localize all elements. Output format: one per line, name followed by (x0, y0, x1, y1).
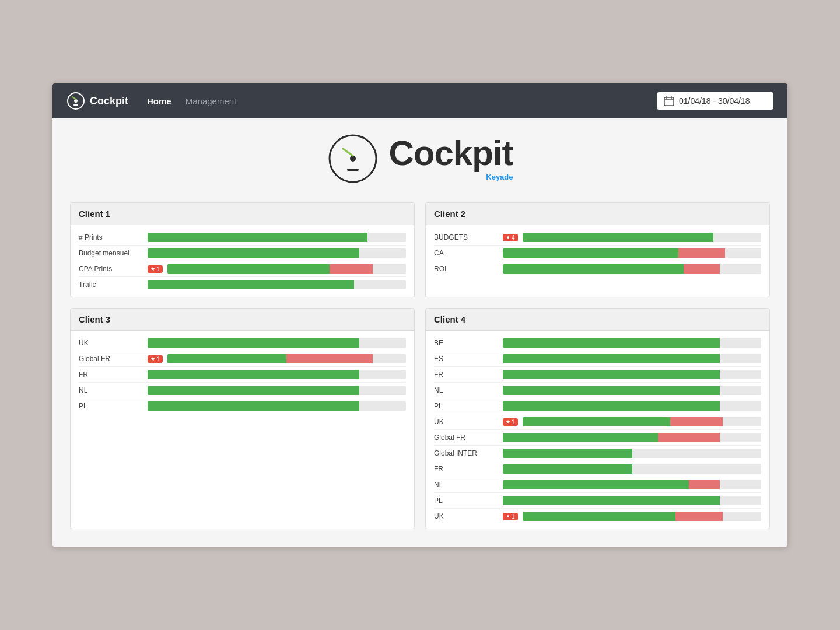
nav-home[interactable]: Home (147, 96, 172, 106)
metric-label: NL (434, 386, 498, 394)
metric-bar[interactable] (503, 401, 761, 411)
bar-green (503, 338, 720, 348)
metric-label: Global INTER (434, 449, 498, 457)
bar-red (689, 480, 720, 489)
cards-grid: Client 1# PrintsBudget mensuelCPA Prints… (70, 202, 770, 529)
metric-label: ROI (434, 265, 498, 273)
metric-bar[interactable] (503, 449, 761, 458)
metric-bar[interactable] (148, 280, 406, 289)
metric-label: ES (434, 355, 498, 363)
metric-label: BUDGETS (434, 233, 498, 242)
card-client3: Client 3UKGlobal FR★1FRNLPL (70, 308, 415, 529)
metric-bar[interactable] (503, 370, 761, 379)
metric-bar[interactable] (148, 233, 406, 242)
navbar: Cockpit Home Management 01/04/18 - 30/04… (52, 83, 788, 118)
bar-green (148, 370, 359, 379)
metric-bar[interactable] (503, 249, 761, 258)
metric-label: Global FR (434, 433, 498, 442)
metric-label: BE (434, 339, 498, 347)
metric-row: CA (434, 246, 761, 261)
metric-label: FR (79, 370, 143, 379)
metric-bar[interactable] (523, 417, 761, 426)
metric-bar[interactable] (503, 464, 761, 474)
metric-label: Global FR (79, 355, 143, 363)
svg-line-10 (343, 149, 353, 156)
card-header-client3: Client 3 (71, 309, 414, 331)
metric-badge: ★1 (503, 418, 518, 426)
cockpit-nav-icon (66, 92, 85, 110)
metric-row: NL (79, 383, 406, 398)
metric-row: UK (79, 335, 406, 351)
app-frame: Cockpit Home Management 01/04/18 - 30/04… (52, 83, 788, 547)
card-client4: Client 4BEESFRNLPLUK★1Global FRGlobal IN… (425, 308, 770, 529)
metric-row: Global FR (434, 430, 761, 446)
metric-label: CPA Prints (79, 265, 143, 273)
bar-green (503, 264, 684, 274)
metric-bar[interactable] (148, 249, 406, 258)
card-body-client3: UKGlobal FR★1FRNLPL (71, 331, 414, 418)
bar-green (503, 496, 720, 505)
metric-badge: ★1 (503, 513, 518, 520)
svg-point-9 (350, 156, 356, 162)
bar-green (503, 370, 720, 379)
bar-green (523, 512, 676, 521)
metric-row: Trafic (79, 277, 406, 292)
metric-bar[interactable] (503, 264, 761, 274)
bar-green (503, 354, 720, 363)
metric-bar[interactable] (148, 370, 406, 379)
bar-red (286, 354, 372, 363)
metric-label: CA (434, 249, 498, 257)
metric-badge: ★1 (148, 265, 163, 273)
metric-row: BE (434, 335, 761, 351)
metric-row: FR (79, 367, 406, 383)
metric-bar[interactable] (148, 386, 406, 395)
bar-red (678, 249, 725, 258)
date-range-text: 01/04/18 - 30/04/18 (679, 96, 750, 106)
metric-label: PL (434, 496, 498, 505)
metric-bar[interactable] (148, 401, 406, 411)
metric-bar[interactable] (148, 338, 406, 348)
card-header-client4: Client 4 (426, 309, 769, 331)
metric-bar[interactable] (167, 354, 406, 363)
metric-row: Global FR★1 (79, 351, 406, 367)
metric-row: UK★1 (434, 509, 761, 524)
bar-green (148, 401, 359, 411)
bar-green (503, 386, 720, 395)
bar-green (503, 464, 632, 474)
bar-green (148, 280, 354, 289)
bar-green (148, 386, 359, 395)
bar-green (503, 449, 632, 458)
svg-rect-4 (664, 97, 674, 106)
metric-row: FR (434, 461, 761, 477)
metric-bar[interactable] (523, 512, 761, 521)
bar-red (658, 433, 720, 442)
metric-label: FR (434, 370, 498, 379)
metric-row: UK★1 (434, 414, 761, 430)
metric-row: NL (434, 383, 761, 398)
metric-bar[interactable] (503, 433, 761, 442)
metric-bar[interactable] (167, 264, 406, 274)
center-logo: Cockpit Keyade (70, 132, 770, 185)
bar-green (167, 264, 330, 274)
calendar-icon (664, 96, 674, 106)
bar-green (148, 233, 368, 242)
metric-label: NL (79, 386, 143, 394)
metric-row: FR (434, 367, 761, 383)
card-header-client1: Client 1 (71, 203, 414, 225)
date-picker[interactable]: 01/04/18 - 30/04/18 (657, 92, 774, 110)
metric-bar[interactable] (503, 496, 761, 505)
metric-row: PL (434, 398, 761, 414)
metric-bar[interactable] (503, 386, 761, 395)
nav-logo: Cockpit (66, 92, 128, 110)
bar-red (330, 264, 373, 274)
metric-bar[interactable] (503, 354, 761, 363)
nav-management[interactable]: Management (186, 96, 237, 106)
metric-bar[interactable] (503, 338, 761, 348)
center-cockpit-icon (327, 132, 379, 185)
metric-row: NL (434, 477, 761, 493)
card-client1: Client 1# PrintsBudget mensuelCPA Prints… (70, 202, 415, 298)
metric-bar[interactable] (523, 233, 761, 242)
metric-row: BUDGETS★4 (434, 230, 761, 246)
metric-row: # Prints (79, 230, 406, 246)
metric-bar[interactable] (503, 480, 761, 489)
